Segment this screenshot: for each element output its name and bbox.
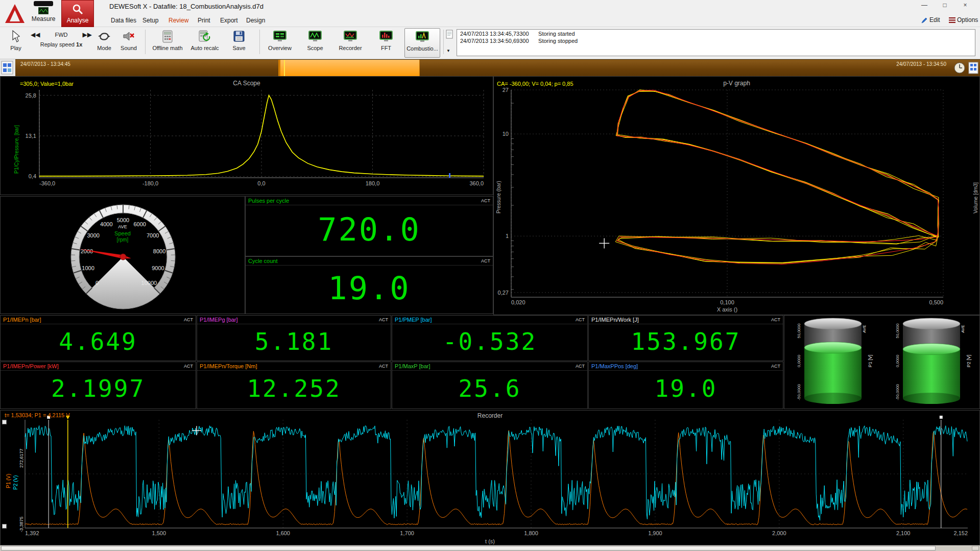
replay-speed-label: Replay speed (40, 41, 75, 47)
svg-text:0,0000: 0,0000 (797, 354, 801, 367)
pv-x-axis-label: X axis () (494, 306, 961, 313)
combustion-analysis-icon (416, 31, 429, 43)
event-row: 24/07/2013 13:34:50,69300 Storing stoppe… (460, 38, 972, 45)
act-badge: ACT (481, 198, 490, 203)
menu-setup[interactable]: Setup (142, 17, 158, 24)
menu-print[interactable]: Print (198, 17, 210, 24)
menu-design[interactable]: Design (246, 17, 265, 24)
ca-scope-chart[interactable]: 25,813,10,4-360,0-180,00,0180,0360,0 (1, 77, 493, 195)
svg-text:5000: 5000 (117, 217, 129, 223)
recorder-chart[interactable]: 1,3921,5001,6001,7001,8001,9002,0002,100… (1, 411, 979, 538)
measure-tab[interactable]: Measure (28, 0, 59, 27)
menu-export[interactable]: Export (220, 17, 238, 24)
replay-timeline[interactable]: 24/07/2013 - 13:34:45 24/07/2013 - 13:34… (0, 59, 980, 76)
save-button[interactable]: Save (225, 28, 253, 58)
menu-data-files[interactable]: Data files (111, 17, 136, 24)
gauge-unit-label: [rpm] (1, 237, 245, 243)
resize-grip-icon[interactable] (972, 546, 979, 550)
mode-button[interactable]: Mode (93, 28, 115, 58)
pencil-icon (921, 17, 928, 23)
pv-graph-chart[interactable]: 271010,270,0200,1000,500 (494, 77, 979, 315)
save-floppy-icon (233, 31, 245, 42)
view-scope-button[interactable]: Scope (299, 28, 331, 58)
loop-mode-icon (98, 31, 110, 42)
view-recorder-button[interactable]: Recorder (333, 28, 368, 58)
scope-icon (308, 30, 322, 42)
mode-label: Mode (97, 45, 111, 51)
pv-graph-panel: CA= -360,00; V= 0,04; p= 0,85 p-V graph … (493, 76, 980, 315)
fft-icon (379, 30, 393, 42)
timeline-grid-icon[interactable] (1, 61, 13, 75)
dewesoft-logo-icon (4, 3, 26, 25)
svg-text:1: 1 (506, 233, 509, 239)
view-fft-button[interactable]: FFT (371, 28, 401, 58)
torque-meter: P1/IMEPn/Torque [Nm]ACT 12.252 (197, 362, 391, 409)
measure-tab-label: Measure (28, 15, 59, 22)
cylinder-fill-level (903, 344, 960, 355)
cylinder-fill-level (804, 342, 862, 353)
speed-gauge[interactable]: 0100020003000400050006000700080009000100… (1, 197, 245, 314)
toolbar-overflow-arrow-icon[interactable]: ▼ (446, 49, 450, 53)
toolbar: Play ◀◀ FWD ▶▶ Replay speed 1x Mode Soun… (0, 27, 980, 59)
axis-handle-icon[interactable] (2, 524, 7, 529)
offline-math-button[interactable]: Offline math (149, 28, 186, 58)
axis-handle-icon[interactable] (2, 420, 7, 424)
timeline-selection[interactable] (278, 60, 420, 77)
rewind-button[interactable]: ◀◀ (31, 31, 40, 38)
pv-cycle-trace (616, 91, 939, 237)
clock-icon[interactable] (953, 62, 966, 74)
event-log[interactable]: 24/07/2013 13:34:45,73300 Storing starte… (457, 29, 975, 56)
replay-speed-value[interactable]: 1x (76, 41, 82, 47)
svg-text:27: 27 (503, 87, 509, 93)
ca-cursor-marker (449, 173, 450, 178)
analyse-tab[interactable]: Analyse (61, 0, 94, 27)
meter-value: 12.252 (197, 371, 391, 406)
svg-text:50,0000: 50,0000 (797, 323, 801, 338)
edit-label: Edit (929, 16, 940, 23)
replay-controls: ◀◀ FWD ▶▶ Replay speed 1x (30, 31, 93, 47)
recorder-yellow-cursor-handle (66, 416, 70, 419)
timeline-track[interactable]: 24/07/2013 - 13:34:45 24/07/2013 - 13:34… (15, 59, 980, 76)
options-button[interactable]: Options (949, 16, 978, 23)
timeline-cursor[interactable] (284, 60, 285, 77)
sound-muted-icon (123, 31, 135, 42)
timeline-end-time: 24/07/2013 - 13:34:50 (896, 61, 946, 67)
pv-y-axis-label: Pressure (bar) (496, 181, 501, 213)
cylinder-bars-panel: 50,00000,0000-50,0000AVEP1 [V]50,00000,0… (784, 315, 980, 409)
view-overview-button[interactable]: Overview (264, 28, 296, 58)
svg-text:360,0: 360,0 (469, 180, 484, 186)
maximize-button[interactable]: □ (938, 0, 952, 10)
recorder-panel: t= 1,53034; P1 = 4,2115 V Recorder 272,6… (0, 410, 980, 545)
svg-text:AVE: AVE (862, 325, 867, 332)
minimize-button[interactable]: — (917, 0, 931, 10)
svg-text:1,600: 1,600 (276, 530, 290, 536)
menu-review[interactable]: Review (169, 17, 188, 24)
auto-recalc-icon (199, 30, 211, 43)
svg-text:0,0: 0,0 (257, 180, 265, 186)
sound-button[interactable]: Sound (116, 28, 141, 58)
svg-text:-50,0000: -50,0000 (895, 384, 900, 400)
svg-text:P1 [V]: P1 [V] (868, 355, 873, 368)
meter-label: P1/IMEPn/Power [kW] (3, 363, 59, 369)
recorder-ch1-label: P1 (V) (6, 474, 11, 488)
forward-button[interactable]: ▶▶ (83, 31, 92, 38)
scrollbar-thumb[interactable] (1, 546, 936, 550)
event-row: 24/07/2013 13:34:45,73300 Storing starte… (460, 31, 972, 38)
svg-text:8000: 8000 (153, 248, 165, 254)
full-view-icon[interactable] (968, 62, 978, 74)
pv-cycle-trace (617, 91, 939, 237)
view-combustion-button[interactable]: Combustio... (404, 28, 440, 58)
p1-trace (25, 430, 967, 525)
pulses-per-cycle-value: 720.0 (246, 205, 493, 254)
cylinder-bar-graphs[interactable]: 50,00000,0000-50,0000AVEP1 [V]50,00000,0… (784, 316, 979, 409)
notes-icon[interactable] (446, 30, 453, 39)
play-button[interactable]: Play (4, 28, 28, 58)
horizontal-scrollbar[interactable] (0, 545, 980, 551)
edit-button[interactable]: Edit (921, 16, 940, 23)
imepn-meter: P1/IMEPn [bar]ACT 4.649 (0, 315, 196, 361)
close-button[interactable]: × (958, 0, 972, 10)
svg-text:2,000: 2,000 (772, 530, 786, 536)
auto-recalc-button[interactable]: Auto recalc (187, 28, 223, 58)
imepg-meter: P1/IMEPg [bar]ACT 5.181 (197, 315, 391, 361)
meter-label: P1/MaxPPos [deg] (591, 363, 638, 369)
